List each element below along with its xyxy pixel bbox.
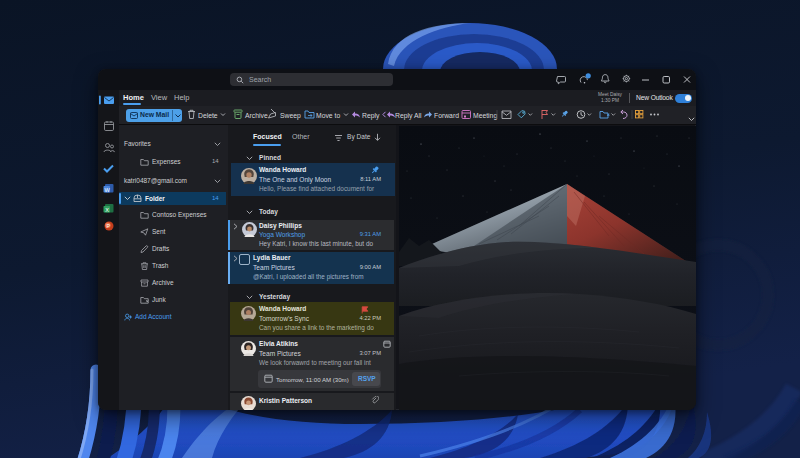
svg-text:Move to: Move to bbox=[316, 112, 340, 119]
svg-text:W: W bbox=[105, 187, 111, 193]
svg-text:X: X bbox=[105, 207, 109, 213]
svg-text:Reply All: Reply All bbox=[395, 112, 422, 120]
svg-text:Delete: Delete bbox=[198, 112, 218, 119]
svg-text:Archive: Archive bbox=[245, 112, 268, 119]
svg-text:Reply: Reply bbox=[362, 112, 380, 120]
svg-text:Forward: Forward bbox=[434, 112, 459, 119]
svg-text:Meeting: Meeting bbox=[473, 112, 497, 120]
svg-text:P: P bbox=[107, 223, 111, 229]
svg-text:Sweep: Sweep bbox=[280, 112, 301, 120]
